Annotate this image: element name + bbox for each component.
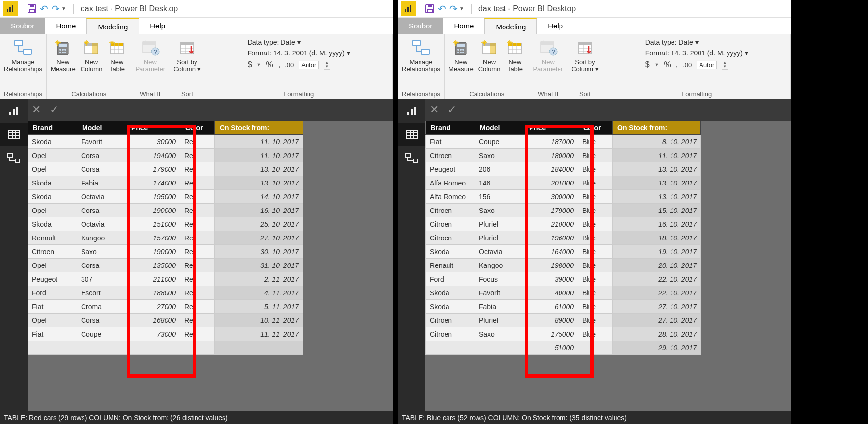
table-cell[interactable]: Red: [180, 272, 215, 286]
table-cell[interactable]: Corsa: [77, 314, 126, 327]
new-column-button[interactable]: NewColumn: [81, 38, 103, 73]
table-cell[interactable]: Skoda: [426, 286, 475, 300]
auto-decimals-input[interactable]: Autor: [697, 61, 717, 69]
table-row[interactable]: Alfa Romeo156300000Blue13. 10. 2017: [426, 190, 701, 204]
table-cell[interactable]: 190000: [126, 204, 180, 217]
column-header[interactable]: Brand: [426, 121, 475, 135]
tab-modeling[interactable]: Modeling: [86, 18, 139, 34]
table-cell[interactable]: Citroen: [426, 149, 475, 162]
table-cell[interactable]: 156: [475, 190, 524, 204]
table-cell[interactable]: 89000: [524, 314, 578, 327]
table-cell[interactable]: Red: [180, 149, 215, 162]
undo-button[interactable]: ↶: [38, 3, 50, 15]
table-cell[interactable]: Red: [180, 300, 215, 314]
column-header[interactable]: On Stock from:: [215, 121, 303, 135]
formula-cancel-button[interactable]: ✕: [425, 99, 443, 121]
formula-accept-button[interactable]: ✓: [443, 99, 461, 121]
table-cell[interactable]: [28, 341, 77, 355]
manage-relationships-button[interactable]: ManageRelationships: [4, 38, 42, 73]
table-cell[interactable]: Blue: [578, 259, 613, 272]
table-cell[interactable]: Red: [180, 314, 215, 327]
table-cell[interactable]: Blue: [578, 162, 613, 176]
table-row[interactable]: SkodaFabia61000Blue27. 10. 2017: [426, 300, 701, 314]
column-header[interactable]: Model: [77, 121, 126, 135]
table-cell[interactable]: Fiat: [426, 135, 475, 149]
table-cell[interactable]: 210000: [524, 217, 578, 231]
table-row[interactable]: CitroenPluriel196000Blue18. 10. 2017: [426, 231, 701, 245]
table-cell[interactable]: Kangoo: [475, 259, 524, 272]
table-row[interactable]: SkodaOctavia151000Red25. 10. 2017: [28, 217, 303, 231]
table-cell[interactable]: 27. 10. 2017: [613, 314, 701, 327]
data-type-selector[interactable]: Data type: Date ▾: [645, 38, 748, 46]
table-row[interactable]: [28, 341, 303, 355]
table-cell[interactable]: Pluriel: [475, 231, 524, 245]
table-cell[interactable]: 11. 10. 2017: [215, 135, 303, 149]
table-cell[interactable]: Blue: [578, 272, 613, 286]
table-cell[interactable]: 29. 10. 2017: [613, 341, 701, 355]
table-cell[interactable]: 22. 10. 2017: [613, 272, 701, 286]
table-cell[interactable]: Red: [180, 245, 215, 259]
table-cell[interactable]: 30000: [126, 135, 180, 149]
new-measure-button[interactable]: NewMeasure: [448, 38, 474, 73]
table-cell[interactable]: 4. 11. 2017: [215, 286, 303, 300]
table-cell[interactable]: 16. 10. 2017: [613, 217, 701, 231]
table-cell[interactable]: Opel: [28, 149, 77, 162]
table-cell[interactable]: 146: [475, 176, 524, 190]
table-cell[interactable]: 31. 10. 2017: [215, 259, 303, 272]
table-cell[interactable]: 51000: [524, 341, 578, 355]
table-row[interactable]: CitroenSaxo180000Blue11. 10. 2017: [426, 149, 701, 162]
table-row[interactable]: FiatCoupe187000Blue8. 10. 2017: [426, 135, 701, 149]
table-row[interactable]: OpelCorsa135000Red31. 10. 2017: [28, 259, 303, 272]
table-cell[interactable]: 180000: [524, 149, 578, 162]
table-cell[interactable]: Ford: [426, 272, 475, 286]
manage-relationships-button[interactable]: ManageRelationships: [402, 38, 440, 73]
table-cell[interactable]: 39000: [524, 272, 578, 286]
table-cell[interactable]: Corsa: [77, 204, 126, 217]
table-cell[interactable]: Red: [180, 327, 215, 341]
table-cell[interactable]: 5. 11. 2017: [215, 300, 303, 314]
table-cell[interactable]: Opel: [28, 204, 77, 217]
table-cell[interactable]: Blue: [578, 300, 613, 314]
table-cell[interactable]: Saxo: [77, 245, 126, 259]
table-cell[interactable]: 19. 10. 2017: [613, 245, 701, 259]
new-column-button[interactable]: NewColumn: [478, 38, 501, 73]
nav-data[interactable]: [398, 123, 425, 146]
table-cell[interactable]: Croma: [77, 300, 126, 314]
table-cell[interactable]: 198000: [524, 259, 578, 272]
table-cell[interactable]: Citroen: [426, 327, 475, 341]
table-cell[interactable]: Pluriel: [475, 314, 524, 327]
tab-file[interactable]: Soubor: [0, 18, 45, 34]
column-header[interactable]: Color: [180, 121, 215, 135]
tab-help[interactable]: Help: [139, 18, 176, 34]
data-table[interactable]: BrandModelPriceColorOn Stock from:FiatCo…: [425, 121, 701, 355]
table-row[interactable]: Peugeot206184000Blue13. 10. 2017: [426, 162, 701, 176]
table-row[interactable]: OpelCorsa168000Red10. 11. 2017: [28, 314, 303, 327]
comma-button[interactable]: ,: [278, 60, 280, 69]
nav-model[interactable]: [0, 146, 28, 170]
save-button[interactable]: [424, 4, 436, 14]
table-cell[interactable]: Blue: [578, 231, 613, 245]
table-cell[interactable]: 201000: [524, 176, 578, 190]
table-row[interactable]: CitroenPluriel89000Blue27. 10. 2017: [426, 314, 701, 327]
table-cell[interactable]: Fabia: [77, 176, 126, 190]
table-row[interactable]: SkodaFavorit30000Red11. 10. 2017: [28, 135, 303, 149]
table-cell[interactable]: Alfa Romeo: [426, 190, 475, 204]
table-cell[interactable]: Blue: [578, 204, 613, 217]
table-cell[interactable]: Skoda: [28, 176, 77, 190]
qat-dropdown-icon[interactable]: ▼: [61, 6, 66, 11]
table-cell[interactable]: 27. 10. 2017: [613, 300, 701, 314]
table-cell[interactable]: 11. 10. 2017: [215, 149, 303, 162]
table-cell[interactable]: 300000: [524, 190, 578, 204]
table-cell[interactable]: Citroen: [426, 217, 475, 231]
table-cell[interactable]: Red: [180, 135, 215, 149]
column-header[interactable]: Price: [126, 121, 180, 135]
table-row[interactable]: RenaultKangoo198000Blue20. 10. 2017: [426, 259, 701, 272]
new-measure-button[interactable]: NewMeasure: [51, 38, 76, 73]
currency-button[interactable]: $: [645, 60, 650, 69]
table-cell[interactable]: Renault: [426, 259, 475, 272]
table-cell[interactable]: Skoda: [28, 190, 77, 204]
redo-button[interactable]: ↷: [50, 3, 61, 15]
table-cell[interactable]: 8. 10. 2017: [613, 135, 701, 149]
table-cell[interactable]: Red: [180, 259, 215, 272]
table-cell[interactable]: Red: [180, 162, 215, 176]
